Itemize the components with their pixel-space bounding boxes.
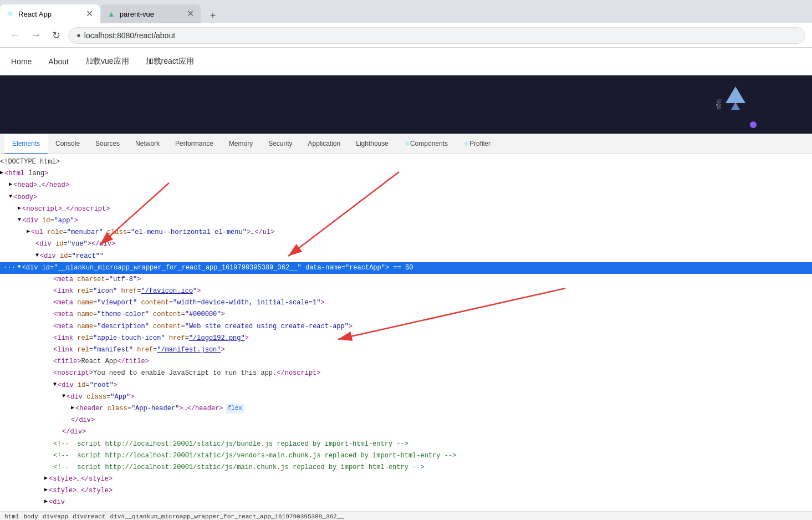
elem-header-tri[interactable]: ▶ (71, 404, 74, 412)
devtools-panel: Elements Console Sources Network Perform… (0, 134, 812, 520)
breadcrumb-div-react[interactable]: div#react (73, 513, 105, 520)
tab-icon-vue: ▲ (108, 9, 115, 18)
elem-noscript-tri[interactable]: ▶ (18, 204, 21, 213)
tab-elements[interactable]: Elements (4, 134, 48, 154)
elem-ul-tri[interactable]: ▶ (27, 227, 30, 236)
tab-parent-vue[interactable]: ▲ parent-vue ✕ (101, 4, 201, 23)
tab-title-react: React App (18, 10, 81, 18)
elements-panel: <!DOCTYPE html> ▶ <html lang > ▶ <head> … (0, 154, 812, 511)
elem-style2[interactable]: ▶ <style> … </style> (0, 485, 812, 497)
url-bar[interactable]: ● localhost:8080/react/about (68, 27, 805, 44)
elem-comment-bundle[interactable]: <!-- script http://localhost:20001/stati… (0, 439, 812, 450)
app-dark-section: logo (0, 75, 812, 134)
tab-security[interactable]: Security (261, 134, 300, 154)
elem-body[interactable]: ▼ <body> (0, 192, 812, 203)
elem-html[interactable]: ▶ <html lang > (0, 168, 812, 180)
tab-components[interactable]: ⚛ Components (396, 134, 456, 154)
elem-div-root[interactable]: ▼ <div id = "root" > (0, 380, 812, 391)
elem-div-react-tri[interactable]: ▼ (35, 251, 39, 260)
nav-load-react[interactable]: 加载react应用 (146, 48, 194, 75)
elem-comment-main[interactable]: <!-- script http://localhost:20001/stati… (0, 462, 812, 473)
elem-head[interactable]: ▶ <head> … </head> (0, 180, 812, 191)
elem-div-root-tri[interactable]: ▼ (53, 380, 57, 389)
elem-qiankun-tag: <div (22, 263, 38, 273)
tab-profiler[interactable]: ⚛ Profiler (456, 134, 498, 154)
elem-close-div2[interactable]: </div> (0, 426, 812, 438)
elem-comment-vendors[interactable]: <!-- script http://localhost:20001/stati… (0, 450, 812, 462)
elem-div-app-class-tri[interactable]: ▼ (62, 392, 65, 401)
page-navigation: Home About 加载vue应用 加载react应用 (0, 48, 812, 75)
elem-html-tag: <html (4, 169, 24, 179)
elem-link-icon[interactable]: <link rel = "icon" href = "/favicon.ico"… (0, 286, 812, 297)
elem-div-last-tri[interactable]: ▶ (44, 497, 48, 506)
reload-button[interactable]: ↻ (49, 28, 64, 43)
elem-qiankun-wrapper[interactable]: ··· ▼ <div id = "__qiankun_microapp_wrap… (0, 262, 812, 274)
elem-ul-menu[interactable]: ▶ <ul role = "menubar" class = "el-menu-… (0, 227, 812, 238)
nav-about[interactable]: About (48, 48, 69, 75)
elem-meta-themecolor[interactable]: <meta name = "theme-color" content = "#0… (0, 309, 812, 320)
forward-button[interactable]: → (28, 28, 44, 42)
elem-noscript[interactable]: ▶ <noscript> … </noscript> (0, 203, 812, 215)
elem-meta-desc[interactable]: <meta name = "description" content = "We… (0, 321, 812, 333)
logo-triangle-small (731, 102, 740, 110)
elem-style1-tri[interactable]: ▶ (44, 474, 48, 483)
logo-area: logo (716, 86, 745, 110)
elem-qiankun-attr-dn-val: "reactApp" (345, 263, 385, 273)
tab-console[interactable]: Console (48, 134, 88, 154)
elem-meta-viewport[interactable]: <meta name = "viewport" content = "width… (0, 297, 812, 309)
tab-title-vue: parent-vue (120, 10, 182, 18)
url-text: localhost:8080/react/about (84, 31, 175, 40)
tab-application[interactable]: Application (300, 134, 349, 154)
address-bar: ← → ↻ ● localhost:8080/react/about (0, 23, 812, 48)
elem-meta-charset[interactable]: <meta charset = "utf-8" > (0, 274, 812, 286)
breadcrumb-div-qiankun[interactable]: div#__qiankun_microapp_wrapper_for_react… (110, 513, 344, 520)
elem-html-tri[interactable]: ▶ (0, 169, 3, 177)
elem-noscript-js[interactable]: <noscript> You need to enable JavaScript… (0, 368, 812, 379)
elem-style1[interactable]: ▶ <style> … </style> (0, 473, 812, 485)
elem-doctype-text: <!DOCTYPE html> (0, 157, 60, 167)
ellipsis-icon: ··· (3, 263, 16, 273)
nav-home[interactable]: Home (11, 48, 32, 75)
new-tab-button[interactable]: + (205, 8, 221, 23)
tab-network[interactable]: Network (127, 134, 167, 154)
elem-title[interactable]: <title> React App </title> (0, 356, 812, 368)
logo-triangle-main (726, 86, 745, 103)
devtools-tabs: Elements Console Sources Network Perform… (0, 134, 812, 154)
elem-style2-tri[interactable]: ▶ (44, 486, 48, 494)
elem-link-touch[interactable]: <link rel = "apple-touch-icon" href = "/… (0, 333, 812, 344)
breadcrumb-html[interactable]: html (4, 513, 19, 520)
elem-qiankun-tri[interactable]: ▼ (18, 263, 21, 272)
tab-sources[interactable]: Sources (88, 134, 127, 154)
logo-label: logo (716, 99, 722, 110)
tab-close-react[interactable]: ✕ (86, 9, 93, 18)
nav-load-vue[interactable]: 加载vue应用 (85, 48, 129, 75)
elem-header-app[interactable]: ▶ <header class = "App-header" > … </hea… (0, 403, 812, 415)
elem-div-app-class[interactable]: ▼ <div class = "App" > (0, 391, 812, 403)
tab-bar: ⚛ React App ✕ ▲ parent-vue ✕ + (0, 0, 812, 23)
elem-body-tri[interactable]: ▼ (9, 192, 12, 201)
elem-link-manifest[interactable]: <link rel = "manifest" href = "/manifest… (0, 344, 812, 356)
breadcrumb-bar: html body div#app div#react div#__qianku… (0, 511, 812, 520)
elem-div-app-tri[interactable]: ▼ (18, 216, 21, 225)
elem-qiankun-attr-id-val: "__qiankun_microapp_wrapper_for_react_ap… (54, 263, 301, 273)
breadcrumb-div-app[interactable]: div#app (43, 513, 68, 520)
flex-badge: flex (226, 404, 244, 414)
tab-lighthouse[interactable]: Lighthouse (348, 134, 396, 154)
elem-div-react[interactable]: ▼ <div id = "react" " (0, 251, 812, 262)
back-button[interactable]: ← (7, 28, 23, 42)
breadcrumb-body[interactable]: body (23, 513, 38, 520)
elem-div-last[interactable]: ▶ <div (0, 497, 812, 508)
tab-react-app[interactable]: ⚛ React App ✕ (0, 4, 100, 23)
tab-performance[interactable]: Performance (167, 134, 221, 154)
lock-icon: ● (76, 31, 81, 39)
elem-doctype[interactable]: <!DOCTYPE html> (0, 156, 812, 168)
elem-div-app[interactable]: ▼ <div id = "app" > (0, 215, 812, 227)
elem-qiankun-attr-id: id (42, 263, 50, 273)
elem-close-div1[interactable]: </div> (0, 415, 812, 426)
tab-memory[interactable]: Memory (221, 134, 261, 154)
elem-div-vue[interactable]: <div id = "vue" ></div> (0, 238, 812, 250)
elem-qiankun-attr-dn: data-name (305, 263, 341, 273)
tab-close-vue[interactable]: ✕ (187, 9, 194, 18)
elem-head-tri[interactable]: ▶ (9, 180, 12, 189)
tab-icon-react: ⚛ (7, 9, 14, 18)
